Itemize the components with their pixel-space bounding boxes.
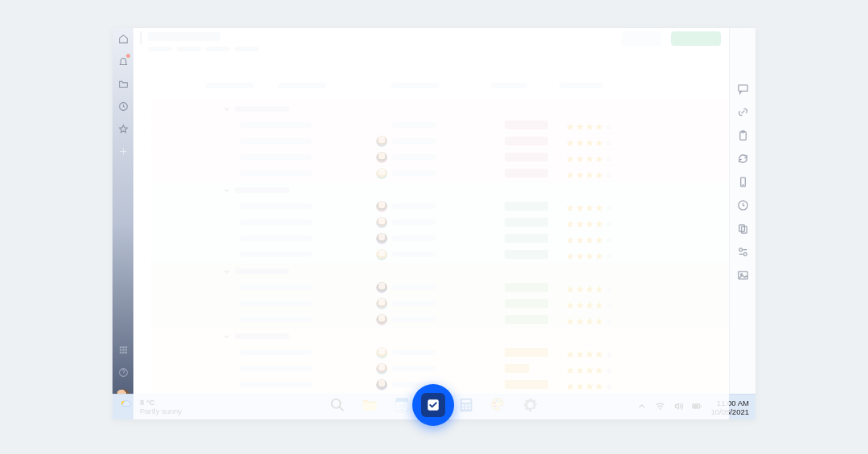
table-row[interactable] [151,149,729,166]
volume-icon[interactable] [674,400,684,415]
status-pill[interactable] [505,153,548,162]
clock-icon[interactable] [117,100,129,112]
group-header[interactable] [151,263,729,280]
col-name[interactable] [206,83,254,88]
status-pill[interactable] [505,169,548,178]
rating[interactable] [566,299,613,308]
status-pill[interactable] [505,218,548,227]
rating[interactable] [566,380,613,389]
rating[interactable] [566,218,613,227]
status-pill[interactable] [505,137,548,145]
folder-nav-icon[interactable] [117,78,129,89]
assignee-avatar[interactable] [376,363,387,374]
table-row[interactable] [151,247,729,263]
image-icon[interactable] [737,269,749,281]
status-pill[interactable] [505,234,548,243]
table-row[interactable] [151,361,729,377]
assignee-avatar[interactable] [376,298,387,309]
table-row[interactable] [151,117,729,133]
rating[interactable] [566,234,613,243]
comment-icon[interactable] [737,83,749,95]
help-icon[interactable] [117,366,129,378]
assignee-avatar[interactable] [376,152,387,163]
assignee-avatar[interactable] [376,201,387,212]
plus-icon[interactable] [117,145,129,157]
rating[interactable] [566,137,613,145]
table-row[interactable] [151,231,729,247]
link-icon[interactable] [737,106,749,118]
wifi-icon[interactable] [655,400,665,415]
rating[interactable] [566,169,613,178]
status-pill[interactable] [505,299,548,308]
status-pill[interactable] [505,380,548,389]
copy-icon[interactable] [737,223,749,235]
table-row[interactable] [151,296,729,312]
assignee-avatar[interactable] [376,314,387,325]
taskbar-notes[interactable] [392,395,411,415]
assignee-avatar[interactable] [376,347,387,358]
phone-icon[interactable] [737,176,749,188]
taskbar-explorer[interactable] [360,395,379,415]
col-rating[interactable] [559,83,604,88]
primary-action-button[interactable] [671,31,721,46]
assignee-avatar[interactable] [376,136,387,147]
star-icon [585,250,594,259]
assignee-avatar[interactable] [376,249,387,260]
status-pill[interactable] [505,202,548,211]
tab-3[interactable] [206,47,230,51]
apps-grid-icon[interactable] [117,344,129,355]
rating[interactable] [566,283,613,292]
status-pill[interactable] [505,348,548,357]
status-pill[interactable] [505,315,548,324]
rating[interactable] [566,202,613,211]
status-pill[interactable] [505,121,548,129]
table-row[interactable] [151,198,729,215]
rating[interactable] [566,364,613,373]
tab-2[interactable] [177,47,201,51]
tray-expand-icon[interactable] [637,400,647,415]
group-header[interactable] [151,182,729,198]
star-icon [585,364,594,373]
taskbar-settings[interactable] [521,395,540,415]
tab-1[interactable] [148,47,172,51]
rating[interactable] [566,121,613,129]
table-row[interactable] [151,133,729,149]
table-row[interactable] [151,166,729,182]
assignee-avatar[interactable] [376,282,387,293]
col-2[interactable] [278,83,326,88]
battery-icon[interactable] [692,400,702,415]
status-pill[interactable] [505,283,548,292]
col-assignee[interactable] [391,83,439,88]
table-row[interactable] [151,280,729,296]
assignee-avatar[interactable] [376,168,387,179]
taskbar-active-app[interactable] [412,384,454,426]
status-pill[interactable] [505,250,548,259]
clipboard-icon[interactable] [737,129,749,141]
refresh-icon[interactable] [737,153,749,165]
home-icon[interactable] [117,33,129,44]
assignee-avatar[interactable] [376,379,387,391]
table-row[interactable] [151,345,729,361]
status-pill[interactable] [505,364,529,373]
tab-4[interactable] [235,47,259,51]
bell-icon[interactable] [117,55,129,67]
table-row[interactable] [151,312,729,328]
assignee-avatar[interactable] [376,217,387,228]
toggles-icon[interactable] [737,246,749,258]
rating[interactable] [566,153,613,162]
group-header[interactable] [151,328,729,345]
rating[interactable] [566,348,613,357]
assignee-avatar[interactable] [376,233,387,244]
taskbar-paint[interactable] [489,395,508,415]
table-row[interactable] [151,215,729,231]
star-nav-icon[interactable] [117,123,129,134]
taskbar-search[interactable] [328,395,347,415]
rating[interactable] [566,250,613,259]
taskbar-weather[interactable]: 8 °C Partly sunny [119,398,182,415]
taskbar-calculator[interactable] [457,395,476,415]
rating[interactable] [566,315,613,324]
col-status[interactable] [491,83,527,88]
taskbar-clock[interactable]: 11:00 AM 10/05/2021 [710,399,749,416]
history-icon[interactable] [737,199,749,211]
group-header[interactable] [151,100,729,117]
